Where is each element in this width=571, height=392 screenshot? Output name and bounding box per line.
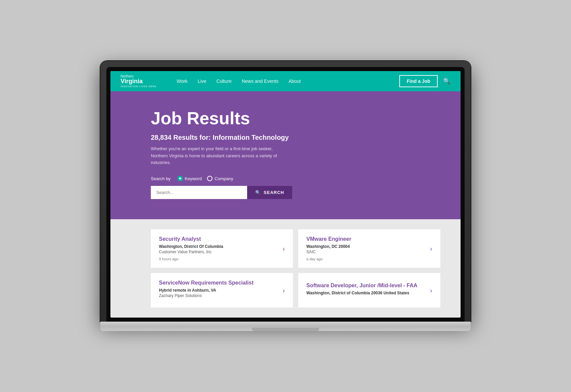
job-location-0: Washington, District Of Columbia [159, 244, 277, 249]
nav-culture[interactable]: Culture [216, 78, 232, 84]
search-icon[interactable]: 🔍 [443, 77, 450, 85]
search-bar: 🔍 SEARCH [151, 186, 292, 199]
radio-company-circle[interactable] [207, 176, 212, 181]
job-location-1: Washington, DC 20004 [306, 244, 425, 249]
hero-description: Whether you're an expert in your field o… [151, 145, 279, 166]
job-title-1: VMware Engineer [306, 236, 425, 242]
job-company-2: Zachary Piper Solutions [159, 293, 277, 298]
radio-keyword[interactable]: Keyword [177, 176, 202, 181]
logo-tagline: Innovation Lives Here [121, 85, 157, 88]
job-card-0[interactable]: Security Analyst Washington, District Of… [151, 229, 293, 268]
job-company-1: SAIC [306, 250, 425, 254]
screen: Northern Virginia Innovation Lives Here … [110, 71, 461, 318]
job-title-2: ServiceNow Requirements Specialist [159, 280, 277, 286]
job-title-0: Security Analyst [159, 236, 277, 242]
search-input[interactable] [151, 186, 247, 199]
job-arrow-3: › [430, 287, 432, 294]
search-btn-icon: 🔍 [255, 190, 261, 195]
job-arrow-1: › [430, 245, 432, 253]
nav-about[interactable]: About [289, 78, 301, 84]
job-time-1: a day ago [306, 257, 425, 261]
job-arrow-0: › [282, 245, 285, 253]
search-by-section: Search by Keyword Company [151, 176, 420, 181]
job-card-2[interactable]: ServiceNow Requirements Specialist Hybri… [151, 273, 293, 307]
radio-company[interactable]: Company [207, 176, 233, 181]
logo-northern: Northern [121, 74, 157, 78]
job-arrow-2: › [282, 287, 285, 294]
laptop-outer: Northern Virginia Innovation Lives Here … [100, 61, 471, 322]
logo-virginia: Virginia [121, 78, 157, 85]
job-location-3: Washington, District of Columbia 20036 U… [306, 291, 425, 295]
job-time-0: 9 hours ago [159, 257, 277, 261]
nav-actions: Find a Job 🔍 [399, 75, 450, 87]
results-count: 28,834 Results for: Information Technolo… [151, 134, 420, 141]
page-title: Job Results [151, 108, 420, 128]
nav-news-events[interactable]: News and Events [242, 78, 278, 84]
job-location-2: Hybrid remote in Ashburn, VA [159, 288, 277, 293]
laptop-wrapper: Northern Virginia Innovation Lives Here … [100, 61, 471, 331]
search-by-label: Search by [151, 176, 171, 181]
nav-links: Work Live Culture News and Events About [177, 78, 399, 84]
jobs-grid: Security Analyst Washington, District Of… [151, 229, 440, 307]
job-card-content-1: VMware Engineer Washington, DC 20004 SAI… [306, 236, 425, 261]
screen-bezel: Northern Virginia Innovation Lives Here … [106, 67, 465, 322]
site-logo[interactable]: Northern Virginia Innovation Lives Here [121, 74, 157, 88]
search-radio-group: Keyword Company [177, 176, 233, 181]
job-title-3: Software Developer, Junior /Mid-level - … [306, 283, 425, 289]
job-card-content-0: Security Analyst Washington, District Of… [159, 236, 277, 261]
job-card-1[interactable]: VMware Engineer Washington, DC 20004 SAI… [298, 229, 440, 268]
radio-keyword-circle[interactable] [177, 176, 183, 181]
job-card-content-3: Software Developer, Junior /Mid-level - … [306, 283, 425, 298]
nav-work[interactable]: Work [177, 78, 188, 84]
search-button[interactable]: 🔍 SEARCH [247, 186, 292, 199]
job-company-0: Customer Value Partners, Inc [159, 250, 277, 254]
radio-company-label: Company [214, 176, 233, 181]
nav-live[interactable]: Live [198, 78, 206, 84]
job-card-3[interactable]: Software Developer, Junior /Mid-level - … [298, 273, 440, 307]
search-btn-label: SEARCH [264, 190, 284, 195]
job-card-content-2: ServiceNow Requirements Specialist Hybri… [159, 280, 277, 301]
laptop-base [100, 322, 471, 331]
radio-keyword-label: Keyword [185, 176, 202, 181]
find-job-button[interactable]: Find a Job [399, 75, 438, 87]
navigation: Northern Virginia Innovation Lives Here … [110, 71, 461, 91]
hero-section: Job Results 28,834 Results for: Informat… [110, 91, 461, 219]
results-section: Security Analyst Washington, District Of… [110, 219, 461, 318]
